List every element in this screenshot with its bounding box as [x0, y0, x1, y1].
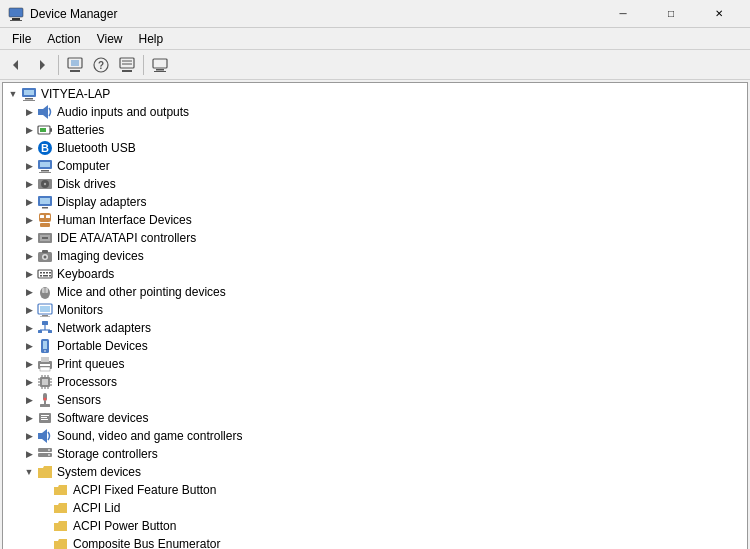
storage-icon	[37, 446, 53, 462]
toggle-print[interactable]	[21, 356, 37, 372]
list-item[interactable]: Network adapters	[3, 319, 747, 337]
toggle-network[interactable]	[21, 320, 37, 336]
toggle-display[interactable]	[21, 194, 37, 210]
close-button[interactable]: ✕	[696, 0, 742, 28]
menu-help[interactable]: Help	[131, 29, 172, 49]
label-computer: Computer	[57, 159, 110, 173]
svg-rect-41	[40, 223, 50, 227]
list-item[interactable]: ACPI Lid	[3, 499, 747, 517]
toggle-monitors[interactable]	[21, 302, 37, 318]
sound-icon	[37, 428, 53, 444]
list-item[interactable]: ACPI Fixed Feature Button	[3, 481, 747, 499]
svg-rect-99	[38, 433, 42, 439]
list-item[interactable]: Computer	[3, 157, 747, 175]
help-button[interactable]: ?	[89, 53, 113, 77]
root-computer-icon	[21, 86, 37, 102]
svg-rect-75	[41, 357, 49, 362]
menu-action[interactable]: Action	[39, 29, 88, 49]
list-item[interactable]: Mice and other pointing devices	[3, 283, 747, 301]
svg-rect-18	[24, 90, 34, 95]
label-system: System devices	[57, 465, 141, 479]
svg-rect-50	[40, 272, 42, 274]
menu-view[interactable]: View	[89, 29, 131, 49]
monitors-icon	[37, 302, 53, 318]
list-item[interactable]: Batteries	[3, 121, 747, 139]
toggle-sound[interactable]	[21, 428, 37, 444]
label-portable: Portable Devices	[57, 339, 148, 353]
label-acpi-power: ACPI Power Button	[73, 519, 176, 533]
toggle-software[interactable]	[21, 410, 37, 426]
list-item[interactable]: Imaging devices	[3, 247, 747, 265]
svg-rect-93	[40, 404, 50, 407]
tree-root[interactable]: VITYEA-LAP	[3, 85, 747, 103]
toggle-imaging[interactable]	[21, 248, 37, 264]
svg-marker-22	[43, 105, 48, 119]
list-item[interactable]: Storage controllers	[3, 445, 747, 463]
toggle-bluetooth[interactable]	[21, 140, 37, 156]
list-item[interactable]: Print queues	[3, 355, 747, 373]
svg-rect-56	[49, 275, 51, 277]
list-item[interactable]: Portable Devices	[3, 337, 747, 355]
toggle-computer[interactable]	[21, 158, 37, 174]
display-button[interactable]	[148, 53, 172, 77]
list-item[interactable]: Display adapters	[3, 193, 747, 211]
toggle-audio[interactable]	[21, 104, 37, 120]
list-item[interactable]: Software devices	[3, 409, 747, 427]
toggle-ide[interactable]	[21, 230, 37, 246]
back-button[interactable]	[4, 53, 28, 77]
list-item[interactable]: Audio inputs and outputs	[3, 103, 747, 121]
label-acpi-lid: ACPI Lid	[73, 501, 120, 515]
network-icon	[37, 320, 53, 336]
toggle-disk[interactable]	[21, 176, 37, 192]
toggle-sensors[interactable]	[21, 392, 37, 408]
svg-rect-31	[39, 172, 51, 173]
list-item[interactable]: Processors	[3, 373, 747, 391]
svg-rect-96	[41, 415, 49, 416]
maximize-button[interactable]: □	[648, 0, 694, 28]
imaging-icon	[37, 248, 53, 264]
list-item[interactable]: Human Interface Devices	[3, 211, 747, 229]
list-item[interactable]: Sound, video and game controllers	[3, 427, 747, 445]
list-item[interactable]: Composite Bus Enumerator	[3, 535, 747, 549]
root-toggle[interactable]	[5, 86, 21, 102]
svg-rect-30	[41, 170, 49, 172]
list-item[interactable]: B Bluetooth USB	[3, 139, 747, 157]
list-item[interactable]: ACPI Power Button	[3, 517, 747, 535]
toggle-system[interactable]	[21, 464, 37, 480]
svg-rect-36	[40, 198, 50, 204]
svg-rect-64	[42, 321, 48, 325]
svg-marker-4	[40, 60, 45, 70]
toggle-hid[interactable]	[21, 212, 37, 228]
minimize-button[interactable]: ─	[600, 0, 646, 28]
svg-point-103	[48, 449, 50, 451]
svg-rect-54	[40, 275, 42, 277]
sensors-icon	[37, 392, 53, 408]
toggle-processors[interactable]	[21, 374, 37, 390]
portable-icon	[37, 338, 53, 354]
list-item[interactable]: Monitors	[3, 301, 747, 319]
toggle-keyboards[interactable]	[21, 266, 37, 282]
update-button[interactable]	[115, 53, 139, 77]
svg-point-72	[44, 350, 46, 352]
list-item[interactable]: Disk drives	[3, 175, 747, 193]
toggle-portable[interactable]	[21, 338, 37, 354]
svg-point-94	[44, 398, 47, 401]
svg-rect-24	[50, 128, 52, 132]
list-item[interactable]: System devices	[3, 463, 747, 481]
toolbar-sep-2	[143, 55, 144, 75]
svg-text:B: B	[41, 142, 49, 154]
list-item[interactable]: Keyboards	[3, 265, 747, 283]
properties-button[interactable]	[63, 53, 87, 77]
svg-rect-44	[42, 237, 48, 239]
toggle-acpi-power	[37, 518, 53, 534]
tree-view[interactable]: VITYEA-LAP Audio inputs and outputs	[3, 83, 747, 549]
label-hid: Human Interface Devices	[57, 213, 192, 227]
list-item[interactable]: Sensors	[3, 391, 747, 409]
toggle-mice[interactable]	[21, 284, 37, 300]
toggle-batteries[interactable]	[21, 122, 37, 138]
toggle-storage[interactable]	[21, 446, 37, 462]
list-item[interactable]: IDE ATA/ATAPI controllers	[3, 229, 747, 247]
menu-file[interactable]: File	[4, 29, 39, 49]
forward-button[interactable]	[30, 53, 54, 77]
label-processors: Processors	[57, 375, 117, 389]
